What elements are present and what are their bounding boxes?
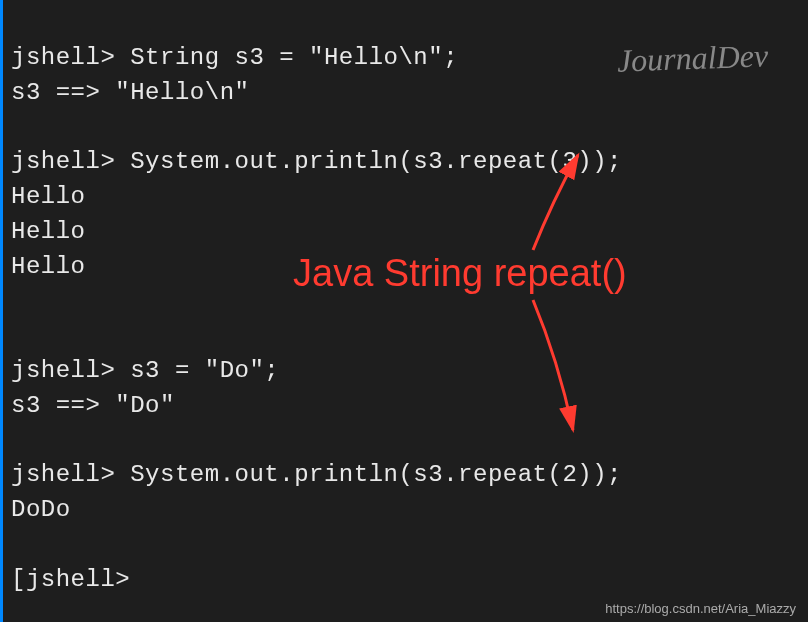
code-line: Hello [11, 218, 86, 245]
code-line: s3 ==> "Do" [11, 392, 175, 419]
code-line: DoDo [11, 496, 71, 523]
code-line: [jshell> [11, 566, 130, 593]
footer-url: https://blog.csdn.net/Aria_Miazzy [605, 601, 796, 616]
code-line: Hello [11, 253, 86, 280]
terminal-output: jshell> String s3 = "Hello\n"; s3 ==> "H… [3, 0, 808, 604]
annotation-label: Java String repeat() [293, 252, 627, 295]
code-line: jshell> s3 = "Do"; [11, 357, 279, 384]
code-line: s3 ==> "Hello\n" [11, 79, 249, 106]
watermark-text: JournalDev [616, 37, 768, 79]
code-line: jshell> System.out.println(s3.repeat(3))… [11, 148, 622, 175]
code-line: Hello [11, 183, 86, 210]
code-line: jshell> String s3 = "Hello\n"; [11, 44, 458, 71]
code-line: jshell> System.out.println(s3.repeat(2))… [11, 461, 622, 488]
